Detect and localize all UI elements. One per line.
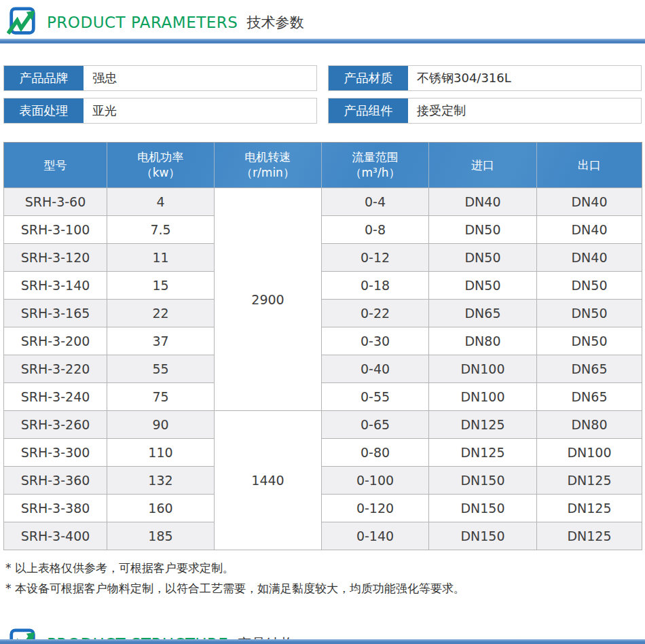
outlet-cell: DN125 — [537, 467, 642, 495]
outlet-cell: DN125 — [537, 495, 642, 522]
power-cell: 7.5 — [107, 216, 215, 244]
inlet-cell: DN125 — [429, 439, 537, 467]
column-header-model: 型号 — [4, 143, 107, 188]
inlet-cell: DN40 — [429, 188, 537, 216]
table-row: SRH-3-200370-30DN80DN50 — [4, 327, 642, 355]
model-cell: SRH-3-240 — [4, 383, 107, 411]
column-header-outlet: 出口 — [537, 143, 642, 188]
flow-cell: 0-100 — [322, 467, 429, 495]
info-label: 产品材质 — [329, 66, 408, 90]
model-cell: SRH-3-300 — [4, 439, 107, 467]
table-row: SRH-3-60429000-4DN40DN40 — [4, 188, 642, 216]
inlet-cell: DN50 — [429, 216, 537, 244]
column-header-speed: 电机转速（r/min） — [215, 143, 322, 188]
info-row-components: 产品组件 接受定制 — [328, 98, 642, 124]
flow-cell: 0-30 — [322, 327, 429, 355]
info-row-material: 产品材质 不锈钢304/316L — [328, 65, 642, 91]
flow-cell: 0-65 — [322, 411, 429, 439]
section-title-en: PRODUCT PARAMETERS — [47, 14, 238, 31]
info-row-brand: 产品品牌 强忠 — [3, 65, 317, 91]
table-row: SRH-3-165220-22DN65DN50 — [4, 300, 642, 327]
flow-cell: 0-22 — [322, 300, 429, 327]
info-value: 接受定制 — [408, 99, 641, 123]
flow-cell: 0-80 — [322, 439, 429, 467]
power-cell: 110 — [107, 439, 215, 467]
table-row: SRH-3-3801600-120DN150DN125 — [4, 495, 642, 522]
power-cell: 22 — [107, 300, 215, 327]
power-cell: 15 — [107, 272, 215, 300]
table-row: SRH-3-140150-18DN50DN50 — [4, 272, 642, 300]
model-cell: SRH-3-120 — [4, 244, 107, 272]
inlet-cell: DN50 — [429, 272, 537, 300]
footnotes: * 以上表格仅供参考，可根据客户要求定制。 * 本设备可根据客户物料定制，以符合… — [5, 558, 645, 598]
table-row: SRH-3-3601320-100DN150DN125 — [4, 467, 642, 495]
power-cell: 55 — [107, 355, 215, 383]
model-cell: SRH-3-200 — [4, 327, 107, 355]
flow-cell: 0-4 — [322, 188, 429, 216]
inlet-cell: DN150 — [429, 495, 537, 522]
section-divider — [0, 39, 645, 43]
table-row: SRH-3-4001850-140DN150DN125 — [4, 522, 642, 550]
inlet-cell: DN80 — [429, 327, 537, 355]
outlet-cell: DN125 — [537, 522, 642, 550]
flow-cell: 0-12 — [322, 244, 429, 272]
table-row: SRH-3-220550-40DN100DN65 — [4, 355, 642, 383]
section-divider — [0, 639, 645, 644]
spec-table-wrap: 型号 电机功率（kw） 电机转速（r/min） 流量范围（m³/h） 进口 出口… — [3, 142, 642, 550]
brand-logo-icon — [7, 7, 38, 38]
info-row-surface: 表面处理 亚光 — [3, 98, 317, 124]
power-cell: 11 — [107, 244, 215, 272]
power-cell: 4 — [107, 188, 215, 216]
outlet-cell: DN50 — [537, 300, 642, 327]
power-cell: 160 — [107, 495, 215, 522]
table-row: SRH-3-240750-55DN100DN65 — [4, 383, 642, 411]
outlet-cell: DN40 — [537, 188, 642, 216]
outlet-cell: DN40 — [537, 244, 642, 272]
model-cell: SRH-3-165 — [4, 300, 107, 327]
flow-cell: 0-18 — [322, 272, 429, 300]
parameters-section-header: PRODUCT PARAMETERS 技术参数 — [0, 0, 645, 39]
inlet-cell: DN65 — [429, 300, 537, 327]
info-label: 产品组件 — [329, 99, 408, 123]
model-cell: SRH-3-400 — [4, 522, 107, 550]
table-row: SRH-3-3001100-80DN125DN100 — [4, 439, 642, 467]
table-row: SRH-3-2609014400-65DN125DN80 — [4, 411, 642, 439]
flow-cell: 0-120 — [322, 495, 429, 522]
outlet-cell: DN65 — [537, 355, 642, 383]
model-cell: SRH-3-60 — [4, 188, 107, 216]
column-header-flow: 流量范围（m³/h） — [322, 143, 429, 188]
section-title-zh: 技术参数 — [246, 13, 303, 32]
model-cell: SRH-3-260 — [4, 411, 107, 439]
speed-cell: 2900 — [215, 188, 322, 411]
outlet-cell: DN100 — [537, 439, 642, 467]
inlet-cell: DN150 — [429, 467, 537, 495]
spec-table: 型号 电机功率（kw） 电机转速（r/min） 流量范围（m³/h） 进口 出口… — [3, 142, 642, 550]
flow-cell: 0-55 — [322, 383, 429, 411]
outlet-cell: DN50 — [537, 272, 642, 300]
inlet-cell: DN125 — [429, 411, 537, 439]
power-cell: 75 — [107, 383, 215, 411]
inlet-cell: DN100 — [429, 383, 537, 411]
outlet-cell: DN65 — [537, 383, 642, 411]
info-value: 强忠 — [84, 66, 316, 90]
flow-cell: 0-8 — [322, 216, 429, 244]
power-cell: 132 — [107, 467, 215, 495]
inlet-cell: DN100 — [429, 355, 537, 383]
model-cell: SRH-3-100 — [4, 216, 107, 244]
column-header-power: 电机功率（kw） — [107, 143, 215, 188]
inlet-cell: DN50 — [429, 244, 537, 272]
info-value: 不锈钢304/316L — [408, 66, 641, 90]
product-info-grid: 产品品牌 强忠 产品材质 不锈钢304/316L 表面处理 亚光 产品组件 接受… — [3, 65, 642, 124]
speed-cell: 1440 — [215, 411, 322, 550]
info-value: 亚光 — [84, 99, 316, 123]
footnote: * 本设备可根据客户物料定制，以符合工艺需要，如满足黏度较大，均质功能强化等要求… — [5, 578, 645, 598]
footnote: * 以上表格仅供参考，可根据客户要求定制。 — [5, 558, 645, 578]
table-row: SRH-3-1007.50-8DN50DN40 — [4, 216, 642, 244]
power-cell: 90 — [107, 411, 215, 439]
model-cell: SRH-3-140 — [4, 272, 107, 300]
info-label: 表面处理 — [4, 99, 84, 123]
power-cell: 185 — [107, 522, 215, 550]
power-cell: 37 — [107, 327, 215, 355]
inlet-cell: DN150 — [429, 522, 537, 550]
outlet-cell: DN80 — [537, 411, 642, 439]
